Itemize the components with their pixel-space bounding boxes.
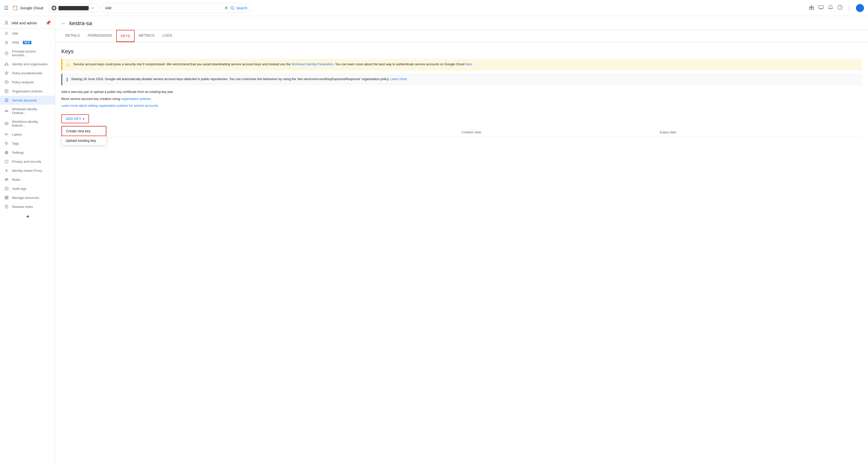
sidebar-item-label-settings: Settings — [12, 151, 24, 154]
screen-icon[interactable] — [818, 4, 824, 11]
sidebar-header-title: IAM and admin — [11, 21, 43, 25]
sidebar-item-label-policy-analyser: Policy analyser — [12, 80, 34, 84]
warning-banner-text: Service account keys could pose a securi… — [73, 62, 473, 67]
search-clear-icon[interactable]: ✕ — [224, 5, 228, 11]
svg-point-10 — [6, 32, 7, 33]
svg-point-15 — [7, 64, 8, 65]
search-bar: ✕ Search — [101, 3, 252, 13]
key-id-col-header — [65, 130, 462, 134]
organisation-policies-link[interactable]: organisation policies — [121, 97, 151, 101]
search-input[interactable] — [105, 6, 222, 10]
sidebar-item-release-notes[interactable]: Release notes — [0, 202, 55, 211]
help-icon[interactable]: ? — [837, 4, 843, 11]
keys-table-header: Creation date Expiry date — [61, 127, 862, 137]
sidebar-item-label-identity-aware-proxy: Identity-Aware Proxy — [12, 169, 42, 173]
tags-icon — [4, 142, 9, 145]
svg-rect-11 — [5, 42, 7, 44]
sidebar-collapse-btn[interactable]: ◀ — [0, 211, 55, 221]
project-selector[interactable]: ████████████ — [48, 4, 98, 12]
learn-more-org-link[interactable]: Learn more about setting organisation po… — [61, 104, 158, 107]
sidebar-item-tags[interactable]: Tags — [0, 139, 55, 148]
service-accounts-icon — [4, 98, 9, 102]
sidebar-item-policy-analyser[interactable]: Policy analyser — [0, 78, 55, 87]
svg-rect-44 — [5, 205, 8, 208]
search-btn-label: Search — [236, 6, 247, 10]
add-key-button[interactable]: ADD KEY ▾ — [61, 114, 89, 123]
svg-rect-6 — [819, 5, 823, 8]
instructions-text: Add a new key pair or upload a public ke… — [61, 89, 862, 94]
google-cloud-logo-icon — [11, 4, 19, 11]
svg-point-34 — [6, 170, 7, 171]
warning-icon: ⚠ — [66, 62, 70, 67]
block-text: Block service account key creation using… — [61, 96, 862, 101]
tab-metrics[interactable]: METRICS — [135, 30, 158, 42]
search-icon — [230, 6, 235, 10]
keys-content: Keys ⚠ Service account keys could pose a… — [55, 42, 868, 143]
sidebar-item-org-policies[interactable]: Organisation policies — [0, 87, 55, 96]
learn-more-link[interactable]: Learn more — [390, 77, 407, 81]
svg-point-9 — [5, 21, 7, 23]
sidebar-item-iam[interactable]: IAM — [0, 29, 55, 38]
sidebar-item-service-accounts[interactable]: Service accounts — [0, 96, 55, 105]
logo-text: Google Cloud — [20, 6, 43, 10]
svg-point-2 — [53, 7, 55, 9]
svg-rect-19 — [5, 81, 8, 83]
svg-text:?: ? — [839, 5, 841, 9]
pam-new-badge: NEW — [23, 41, 31, 44]
search-button[interactable]: Search — [230, 6, 247, 10]
policy-analyser-icon — [4, 80, 9, 84]
here-link[interactable]: here — [465, 62, 472, 66]
project-icon — [52, 5, 57, 10]
page-header: ← kestra-sa — [55, 16, 868, 30]
avatar[interactable] — [856, 4, 864, 12]
nav-actions: ? ⋮ — [809, 4, 864, 12]
svg-point-28 — [6, 111, 7, 112]
sidebar-item-roles[interactable]: Roles — [0, 175, 55, 184]
tab-keys[interactable]: KEYS — [116, 30, 135, 42]
sidebar-item-labels[interactable]: Labels — [0, 130, 55, 139]
sidebar-item-workforce-identity[interactable]: Workforce identity federat... — [0, 117, 55, 130]
sidebar-item-policy-troubleshooter[interactable]: Policy troubleshooter — [0, 68, 55, 78]
svg-rect-40 — [5, 196, 6, 197]
workload-identity-federation-link[interactable]: Workload Identity Federation — [291, 62, 333, 66]
learn-more-org-text: Learn more about setting organisation po… — [61, 103, 862, 108]
tab-permissions[interactable]: PERMISSIONS — [84, 30, 116, 42]
pin-icon[interactable]: 📌 — [45, 20, 51, 26]
sidebar-item-manage-resources[interactable]: Manage resources — [0, 193, 55, 202]
top-nav: ☰ Google Cloud ████████████ ✕ Search — [0, 0, 868, 16]
policy-troubleshooter-icon — [4, 71, 9, 75]
identity-aware-proxy-icon — [4, 168, 9, 173]
main-content: ← kestra-sa DETAILS PERMISSIONS KEYS MET… — [55, 16, 868, 464]
sidebar-item-identity-org[interactable]: Identity and organisation — [0, 60, 55, 68]
bell-icon[interactable] — [828, 4, 833, 11]
upload-existing-key-option[interactable]: Upload existing key — [62, 136, 106, 145]
dropdown-arrow-icon: ▾ — [83, 117, 84, 121]
sidebar-item-label-roles: Roles — [12, 178, 20, 182]
sidebar-item-label-pam: PAM — [12, 41, 19, 44]
org-policies-icon — [4, 89, 9, 93]
sidebar-item-pam[interactable]: PAM NEW — [0, 38, 55, 47]
sidebar-item-principal-access[interactable]: Principal access boundar... — [0, 47, 55, 60]
back-button[interactable]: ← — [61, 21, 66, 26]
sidebar-item-workload-identity[interactable]: Workload Identity Federat... — [0, 105, 55, 117]
tab-details[interactable]: DETAILS — [61, 30, 84, 42]
svg-point-36 — [7, 179, 8, 180]
sidebar-item-audit-logs[interactable]: Audit logs — [0, 184, 55, 193]
tab-logs[interactable]: LOGS — [158, 30, 176, 42]
collapse-icon: ◀ — [26, 214, 29, 218]
create-new-key-option[interactable]: Create new key — [62, 126, 106, 136]
sidebar-item-label-audit-logs: Audit logs — [12, 187, 26, 191]
sidebar-item-settings[interactable]: Settings — [0, 148, 55, 157]
sidebar-item-privacy-security[interactable]: Privacy and security — [0, 157, 55, 166]
sidebar-item-identity-aware-proxy[interactable]: Identity-Aware Proxy — [0, 166, 55, 175]
svg-point-31 — [5, 134, 6, 134]
page-title: kestra-sa — [69, 20, 92, 27]
svg-point-27 — [6, 99, 7, 100]
hamburger-icon[interactable]: ☰ — [4, 5, 8, 11]
svg-point-33 — [6, 152, 7, 153]
gift-icon[interactable] — [809, 4, 814, 11]
svg-line-17 — [6, 64, 8, 65]
project-name: ████████████ — [59, 6, 89, 10]
svg-point-13 — [6, 63, 7, 64]
more-icon[interactable]: ⋮ — [847, 5, 852, 11]
